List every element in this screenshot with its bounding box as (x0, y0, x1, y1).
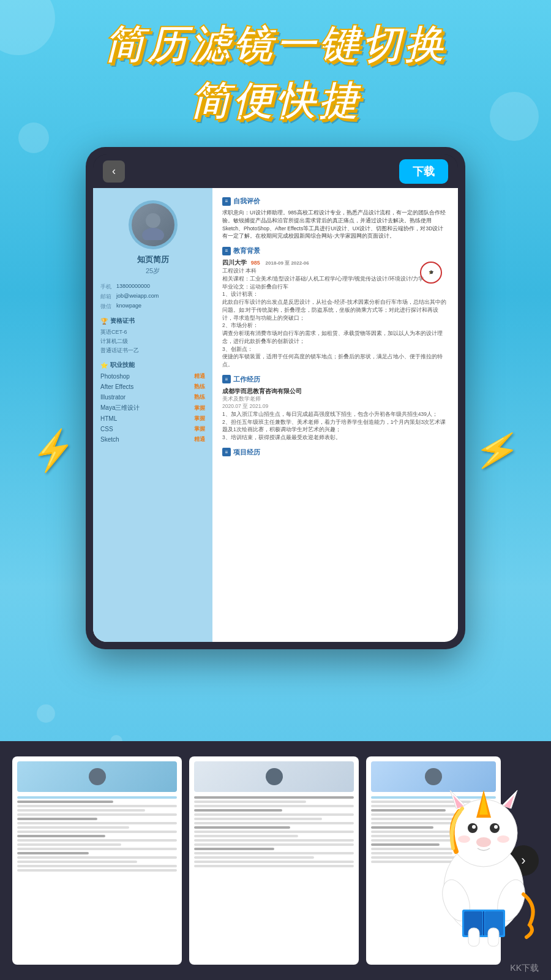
device-frame: ‹ 下载 知页简历 25岁 手机 1380 (86, 147, 465, 649)
resume-right-panel: ≡ 自我评价 求职意向：UI设计师助理。985高校工程设计专业，熟悉产品设计流程… (212, 188, 458, 642)
edu-icon: ≡ (222, 247, 231, 255)
svg-point-10 (476, 837, 491, 847)
svg-rect-21 (468, 928, 479, 946)
edu-school: 四川大学 985 2018-09 至 2022-06 (222, 258, 448, 267)
work-icon: ≡ (222, 375, 231, 383)
skills-section-title: ⭐ 职业技能 (100, 361, 205, 369)
thumb2-avatar (266, 768, 283, 785)
edu-degree: 工程设计 本科 (222, 267, 448, 275)
watermark: KK下载 (510, 963, 539, 974)
svg-point-24 (497, 835, 509, 843)
edu-project-content: 1、设计初衷： 此款自行车设计的出发点是反思设计，从社会-经济-技术因素分析自行… (222, 290, 448, 369)
email-label: 邮箱 (100, 293, 114, 301)
download-button[interactable]: 下载 (399, 159, 448, 184)
title-line1: 简历滤镜一键切换 (0, 18, 551, 72)
resume-area: 知页简历 25岁 手机 13800000000 邮箱 job@weiapp.co… (93, 188, 458, 642)
svg-point-23 (458, 835, 470, 843)
project-heading: ≡ 项目经历 (222, 448, 448, 457)
thumb2-header (194, 761, 354, 792)
mascot-unicorn (422, 778, 545, 949)
phone-value: 13800000000 (116, 283, 150, 291)
project-icon: ≡ (222, 448, 231, 456)
weixin-row: 微信 knowpage (100, 303, 205, 311)
cert-3: 普通话证书一乙 (100, 347, 205, 355)
edu-content: 🎓 四川大学 985 2018-09 至 2022-06 工程设计 本科 相关课… (222, 258, 448, 369)
thumbnail-1[interactable] (12, 756, 182, 965)
resume-name: 知页简历 (100, 254, 205, 265)
lightning-left-icon: ⚡ (27, 425, 80, 476)
edu-courses: 相关课程：工业美术/造型设计基础/人机工程学/心理学/视觉传达设计/环境设计/力… (222, 275, 448, 283)
skill-row-0: Photoshop 精通 (100, 372, 205, 380)
cert-2: 计算机二级 (100, 337, 205, 345)
phone-label: 手机 (100, 283, 114, 291)
back-button[interactable]: ‹ (103, 160, 125, 183)
self-eval-heading: ≡ 自我评价 (222, 197, 448, 206)
skill-row-4: HTML 掌握 (100, 415, 205, 423)
work-company: 成都学而思教育咨询有限公司 (222, 387, 448, 396)
svg-rect-22 (488, 928, 499, 946)
certs-section-title: 🏆 资格证书 (100, 317, 205, 325)
lightning-right-icon: ⚡ (471, 425, 523, 476)
self-eval-icon: ≡ (222, 197, 231, 206)
self-eval-text: 求职意向：UI设计师助理。985高校工程设计专业，熟悉产品设计流程，有一定的团队… (222, 209, 448, 240)
edu-heading: ≡ 教育背景 (222, 246, 448, 255)
weixin-label: 微信 (100, 303, 114, 311)
thumb1-header (17, 761, 177, 792)
resume-age: 25岁 (100, 266, 205, 276)
phone-row: 手机 13800000000 (100, 283, 205, 291)
work-heading: ≡ 工作经历 (222, 375, 448, 384)
avatar-area (129, 200, 178, 249)
thumbnails-area: › (0, 741, 551, 980)
school-seal: 🎓 (420, 262, 442, 284)
skill-row-2: Illustrator 熟练 (100, 393, 205, 401)
work-content: 1、加入浙江常山招生点，每日完成超高强度线下招生，包含小升初各年级共招生439人… (222, 410, 448, 442)
thumb1-avatar (89, 768, 106, 785)
weixin-value: knowpage (116, 303, 141, 311)
edu-thesis: 毕业论文：运动折叠自行车 (222, 283, 448, 291)
device-toolbar: ‹ 下载 (93, 154, 458, 188)
title-area: 简历滤镜一键切换 简便快捷 (0, 18, 551, 128)
email-row: 邮箱 job@weiapp.com (100, 293, 205, 301)
cert-1: 英语CET-6 (100, 328, 205, 336)
thumbnail-2[interactable] (189, 756, 359, 965)
skill-row-3: Maya三维设计 掌握 (100, 404, 205, 412)
avatar (132, 203, 174, 246)
deco-circle-4 (37, 704, 55, 723)
resume-left-panel: 知页简历 25岁 手机 13800000000 邮箱 job@weiapp.co… (93, 188, 212, 642)
svg-point-7 (472, 825, 476, 829)
skill-row-5: CSS 掌握 (100, 425, 205, 433)
device-inner: ‹ 下载 知页简历 25岁 手机 1380 (93, 154, 458, 642)
email-value: job@weiapp.com (116, 293, 159, 301)
svg-point-1 (142, 228, 164, 240)
skill-row-1: After Effects 熟练 (100, 383, 205, 391)
work-date: 2020.07 至 2021.09 (222, 403, 448, 410)
svg-point-0 (146, 213, 160, 228)
work-role: 美术及数学老师 (222, 396, 448, 403)
title-line2: 简便快捷 (0, 75, 551, 128)
svg-point-9 (494, 825, 498, 829)
skill-row-6: Sketch 精通 (100, 435, 205, 443)
